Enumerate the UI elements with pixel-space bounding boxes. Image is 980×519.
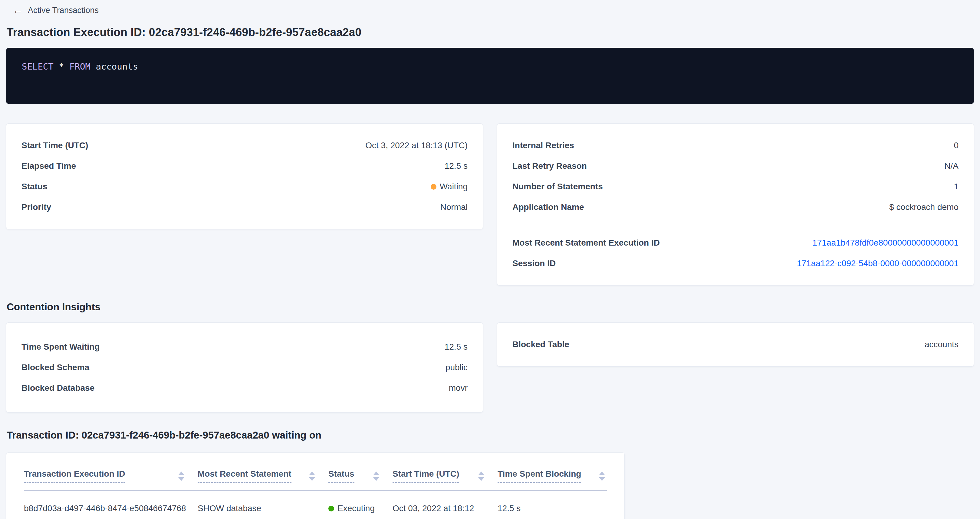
statement-execution-id-label: Most Recent Statement Execution ID [512, 238, 660, 248]
sql-keyword: FROM [69, 61, 91, 72]
status-row: Status Waiting [21, 176, 468, 197]
session-id-label: Session ID [512, 259, 556, 268]
waiting-on-table: Transaction Execution ID Most Recent Sta… [6, 452, 625, 519]
statement-execution-id-row: Most Recent Statement Execution ID 171aa… [512, 233, 959, 253]
last-retry-reason-label: Last Retry Reason [512, 161, 587, 171]
cell-start-time: Oct 03, 2022 at 18:12 [393, 503, 498, 513]
status-text: Waiting [440, 182, 468, 192]
last-retry-reason-row: Last Retry Reason N/A [512, 156, 959, 176]
elapsed-time-row: Elapsed Time 12.5 s [21, 156, 468, 176]
column-label: Transaction Execution ID [24, 469, 125, 483]
page-title: Transaction Execution ID: 02ca7931-f246-… [7, 26, 974, 39]
back-link-label: Active Transactions [28, 6, 99, 15]
blocked-table-value: accounts [924, 340, 959, 349]
blocked-schema-value: public [445, 363, 468, 372]
cell-transaction-execution-id: b8d7d03a-d497-446b-8474-e50846674768 [24, 503, 197, 513]
priority-label: Priority [21, 202, 51, 212]
summary-cards-row: Start Time (UTC) Oct 3, 2022 at 18:13 (U… [6, 124, 974, 286]
contention-card-right: Blocked Table accounts [497, 322, 974, 367]
statement-execution-id-link[interactable]: 171aa1b478fdf0e80000000000000001 [812, 238, 959, 248]
column-header-most-recent-statement[interactable]: Most Recent Statement [197, 469, 328, 483]
column-label: Status [328, 469, 355, 483]
internal-retries-row: Internal Retries 0 [512, 135, 959, 156]
last-retry-reason-value: N/A [944, 161, 959, 171]
start-time-row: Start Time (UTC) Oct 3, 2022 at 18:13 (U… [21, 135, 468, 156]
back-arrow-icon: ← [13, 5, 22, 15]
priority-row: Priority Normal [21, 197, 468, 217]
back-to-active-transactions-link[interactable]: ← Active Transactions [13, 5, 99, 15]
contention-cards-row: Time Spent Waiting 12.5 s Blocked Schema… [6, 322, 974, 413]
summary-card-right: Internal Retries 0 Last Retry Reason N/A… [497, 124, 974, 286]
session-id-row: Session ID 171aa122-c092-54b8-0000-00000… [512, 253, 959, 274]
status-value: Waiting [431, 182, 468, 192]
blocked-database-row: Blocked Database movr [21, 378, 468, 398]
contention-card-left: Time Spent Waiting 12.5 s Blocked Schema… [6, 322, 483, 413]
sql-keyword: SELECT [22, 61, 54, 72]
sort-icon[interactable] [178, 471, 184, 481]
application-name-row: Application Name $ cockroach demo [512, 197, 959, 217]
column-label: Start Time (UTC) [393, 469, 459, 483]
column-header-start-time[interactable]: Start Time (UTC) [393, 469, 498, 483]
waiting-status-dot-icon [431, 184, 436, 190]
sort-icon[interactable] [478, 471, 484, 481]
column-header-time-spent-blocking[interactable]: Time Spent Blocking [498, 469, 607, 483]
number-of-statements-row: Number of Statements 1 [512, 176, 959, 197]
cell-status: Executing [328, 503, 393, 514]
internal-retries-value: 0 [954, 141, 959, 150]
sql-star: * [59, 61, 64, 72]
blocked-schema-row: Blocked Schema public [21, 357, 468, 378]
column-header-status[interactable]: Status [328, 469, 393, 483]
time-spent-waiting-value: 12.5 s [445, 342, 468, 352]
executing-status-dot-icon [328, 506, 334, 511]
card-divider [512, 225, 959, 225]
blocked-database-value: movr [449, 383, 468, 393]
cell-most-recent-statement: SHOW database [197, 503, 328, 513]
elapsed-time-label: Elapsed Time [21, 161, 76, 171]
column-header-transaction-execution-id[interactable]: Transaction Execution ID [24, 469, 197, 483]
time-spent-waiting-label: Time Spent Waiting [21, 342, 100, 352]
sql-identifier: accounts [95, 61, 138, 72]
cell-time-spent-blocking: 12.5 s [498, 503, 607, 513]
table-row: b8d7d03a-d497-446b-8474-e50846674768 SHO… [24, 491, 607, 519]
sort-icon[interactable] [373, 471, 379, 481]
blocked-schema-label: Blocked Schema [21, 363, 89, 372]
time-spent-waiting-row: Time Spent Waiting 12.5 s [21, 336, 468, 357]
number-of-statements-value: 1 [954, 182, 959, 192]
table-header-row: Transaction Execution ID Most Recent Sta… [24, 453, 607, 491]
blocked-table-row: Blocked Table accounts [512, 334, 959, 355]
start-time-label: Start Time (UTC) [21, 141, 88, 150]
blocked-table-label: Blocked Table [512, 340, 569, 349]
blocked-database-label: Blocked Database [21, 383, 94, 393]
transaction-details-page: ← Active Transactions Transaction Execut… [0, 0, 980, 519]
sql-statement-box: SELECT * FROM accounts [6, 48, 974, 104]
waiting-on-heading: Transaction ID: 02ca7931-f246-469b-b2fe-… [7, 430, 974, 441]
status-label: Status [21, 182, 48, 192]
column-label: Time Spent Blocking [498, 469, 581, 483]
application-name-label: Application Name [512, 202, 584, 212]
sort-icon[interactable] [599, 471, 605, 481]
priority-value: Normal [441, 202, 468, 212]
start-time-value: Oct 3, 2022 at 18:13 (UTC) [365, 141, 468, 150]
status-text: Executing [337, 503, 375, 513]
column-label: Most Recent Statement [197, 469, 291, 483]
internal-retries-label: Internal Retries [512, 141, 574, 150]
sort-icon[interactable] [309, 471, 315, 481]
application-name-value: $ cockroach demo [889, 202, 959, 212]
elapsed-time-value: 12.5 s [445, 161, 468, 171]
session-id-link[interactable]: 171aa122-c092-54b8-0000-000000000001 [797, 259, 959, 268]
summary-card-left: Start Time (UTC) Oct 3, 2022 at 18:13 (U… [6, 124, 483, 229]
contention-insights-heading: Contention Insights [7, 301, 974, 313]
number-of-statements-label: Number of Statements [512, 182, 603, 192]
